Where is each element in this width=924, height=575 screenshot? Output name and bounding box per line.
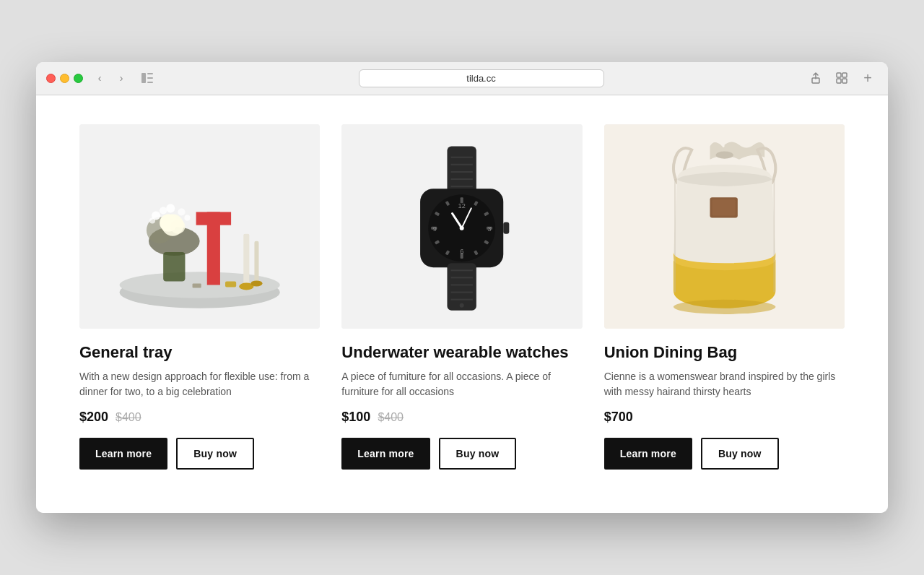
svg-rect-0: [141, 73, 146, 83]
svg-rect-31: [193, 283, 201, 288]
svg-point-72: [674, 299, 775, 314]
svg-point-27: [184, 215, 190, 220]
product-buttons-watch: Learn more Buy now: [341, 438, 582, 470]
svg-point-69: [715, 151, 733, 158]
svg-text:9: 9: [433, 225, 437, 232]
product-image-watch: 12 3 6 9: [341, 124, 582, 329]
page-content: General tray With a new design approach …: [36, 95, 888, 514]
svg-text:6: 6: [460, 248, 463, 255]
svg-point-22: [170, 219, 185, 233]
svg-rect-29: [163, 252, 185, 281]
product-title-tray: General tray: [79, 343, 320, 362]
product-price-row-tray: $200 $400: [79, 410, 320, 425]
price-original-watch: $400: [378, 411, 404, 424]
minimize-button[interactable]: [60, 74, 69, 83]
svg-text:3: 3: [488, 225, 492, 232]
product-price-row-watch: $100 $400: [341, 410, 582, 425]
svg-rect-5: [837, 73, 841, 77]
svg-rect-8: [842, 79, 847, 83]
traffic-lights: [46, 74, 83, 83]
svg-rect-2: [147, 77, 153, 79]
add-tab-button[interactable]: +: [858, 70, 878, 86]
svg-point-17: [250, 280, 262, 286]
share-button[interactable]: [806, 70, 826, 86]
product-card-bag: Union Dining Bag Cienne is a womenswear …: [604, 124, 845, 470]
fullscreen-button[interactable]: [74, 74, 83, 83]
browser-actions: +: [806, 70, 878, 86]
svg-point-24: [160, 207, 167, 214]
svg-rect-7: [837, 79, 841, 83]
products-grid: General tray With a new design approach …: [79, 124, 845, 470]
product-image-tray: [79, 124, 320, 329]
buy-now-button-watch[interactable]: Buy now: [439, 438, 517, 470]
product-title-watch: Underwater wearable watches: [341, 343, 582, 362]
price-current-tray: $200: [79, 410, 108, 425]
price-current-bag: $700: [604, 410, 633, 425]
buy-now-button-tray[interactable]: Buy now: [176, 438, 254, 470]
product-buttons-tray: Learn more Buy now: [79, 438, 320, 470]
browser-chrome: ‹ › tilda.cc: [36, 62, 888, 95]
svg-point-25: [166, 204, 175, 212]
address-bar[interactable]: tilda.cc: [359, 69, 604, 87]
svg-rect-3: [147, 82, 153, 83]
svg-rect-13: [196, 212, 231, 225]
svg-text:12: 12: [458, 202, 466, 209]
svg-point-26: [178, 208, 185, 215]
svg-rect-15: [254, 241, 258, 284]
svg-rect-14: [243, 233, 249, 285]
nav-buttons: ‹ ›: [90, 70, 131, 86]
svg-point-67: [460, 303, 464, 307]
svg-point-28: [149, 217, 155, 223]
product-card-tray: General tray With a new design approach …: [79, 124, 320, 470]
learn-more-button-bag[interactable]: Learn more: [604, 438, 692, 470]
product-desc-watch: A piece of furniture for all occasions. …: [341, 369, 582, 399]
svg-rect-6: [842, 73, 847, 77]
address-bar-container: tilda.cc: [164, 69, 798, 87]
svg-rect-30: [225, 281, 236, 287]
price-current-watch: $100: [341, 410, 370, 425]
learn-more-button-tray[interactable]: Learn more: [79, 438, 167, 470]
forward-button[interactable]: ›: [112, 70, 131, 86]
svg-rect-60: [504, 222, 510, 233]
learn-more-button-watch[interactable]: Learn more: [341, 438, 430, 470]
svg-rect-71: [712, 199, 735, 215]
new-tab-arrange-button[interactable]: [832, 70, 852, 86]
url-text: tilda.cc: [466, 73, 495, 84]
browser-window: ‹ › tilda.cc: [36, 62, 888, 514]
svg-point-59: [460, 225, 464, 230]
buy-now-button-bag[interactable]: Buy now: [701, 438, 779, 470]
product-desc-bag: Cienne is a womenswear brand inspired by…: [604, 369, 845, 399]
product-desc-tray: With a new design approach for flexible …: [79, 369, 320, 399]
product-price-row-bag: $700: [604, 410, 845, 425]
product-image-bag: [604, 124, 845, 329]
close-button[interactable]: [46, 74, 56, 83]
product-buttons-bag: Learn more Buy now: [604, 438, 845, 470]
product-title-bag: Union Dining Bag: [604, 343, 845, 362]
back-button[interactable]: ‹: [90, 70, 109, 86]
svg-rect-1: [147, 73, 153, 74]
product-card-watch: 12 3 6 9: [341, 124, 582, 470]
sidebar-button[interactable]: [138, 70, 157, 86]
price-original-tray: $400: [116, 411, 141, 424]
